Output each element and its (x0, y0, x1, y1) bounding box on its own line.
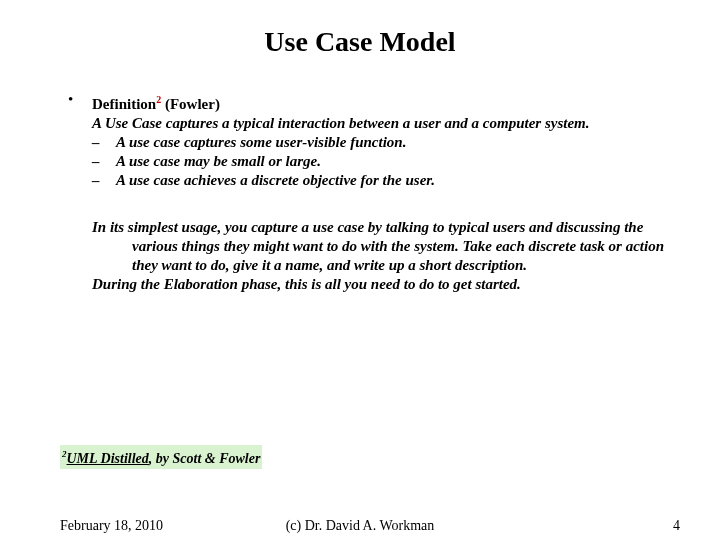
definition-label-post: (Fowler) (161, 96, 220, 112)
footer-copyright: (c) Dr. David A. Workman (0, 518, 720, 534)
definition-bullet: • Definition2 (Fowler) (68, 90, 680, 114)
dash-icon: – (92, 171, 116, 190)
definition-point-text: A use case may be small or large. (116, 152, 321, 171)
definition-point: – A use case achieves a discrete objecti… (92, 171, 680, 190)
definition-point-text: A use case captures some user-visible fu… (116, 133, 406, 152)
definition-point: – A use case may be small or large. (92, 152, 680, 171)
dash-icon: – (92, 152, 116, 171)
definition-points: – A use case captures some user-visible … (92, 133, 680, 190)
footer-page-number: 4 (673, 518, 680, 534)
paragraph: In its simplest usage, you capture a use… (92, 218, 680, 275)
definition-point-text: A use case achieves a discrete objective… (116, 171, 435, 190)
slide: Use Case Model • Definition2 (Fowler) A … (0, 0, 720, 540)
slide-body: • Definition2 (Fowler) A Use Case captur… (68, 90, 680, 294)
paragraph-block: In its simplest usage, you capture a use… (92, 218, 680, 294)
paragraph: During the Elaboration phase, this is al… (92, 275, 680, 294)
footnote-title: UML Distilled (67, 451, 149, 466)
definition-label-pre: Definition (92, 96, 156, 112)
definition-point: – A use case captures some user-visible … (92, 133, 680, 152)
definition-intro: A Use Case captures a typical interactio… (92, 114, 680, 133)
footnote: 2UML Distilled, by Scott & Fowler (60, 445, 262, 469)
dash-icon: – (92, 133, 116, 152)
bullet-icon: • (68, 90, 92, 109)
footnote-rest: , by Scott & Fowler (149, 451, 261, 466)
slide-title: Use Case Model (0, 26, 720, 58)
definition-heading: Definition2 (Fowler) (92, 90, 220, 114)
